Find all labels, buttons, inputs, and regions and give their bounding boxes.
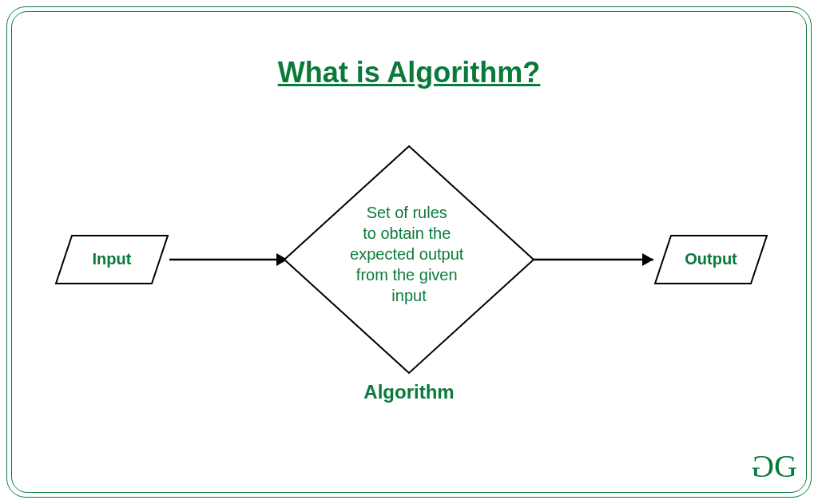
page-title: What is Algorithm?	[0, 56, 818, 89]
output-label: Output	[685, 250, 737, 268]
algorithm-flowchart: Input Set of rules to obtain the expecte…	[32, 140, 786, 411]
process-caption: Algorithm	[363, 381, 454, 403]
input-node: Input	[56, 236, 168, 284]
svg-marker-5	[642, 253, 653, 266]
process-node: Set of rules to obtain the expected outp…	[284, 146, 534, 403]
output-node: Output	[655, 236, 767, 284]
arrow-process-to-output	[534, 253, 653, 266]
input-label: Input	[93, 250, 132, 268]
arrow-input-to-process	[169, 253, 288, 266]
brand-logo-icon: GG	[754, 447, 794, 485]
